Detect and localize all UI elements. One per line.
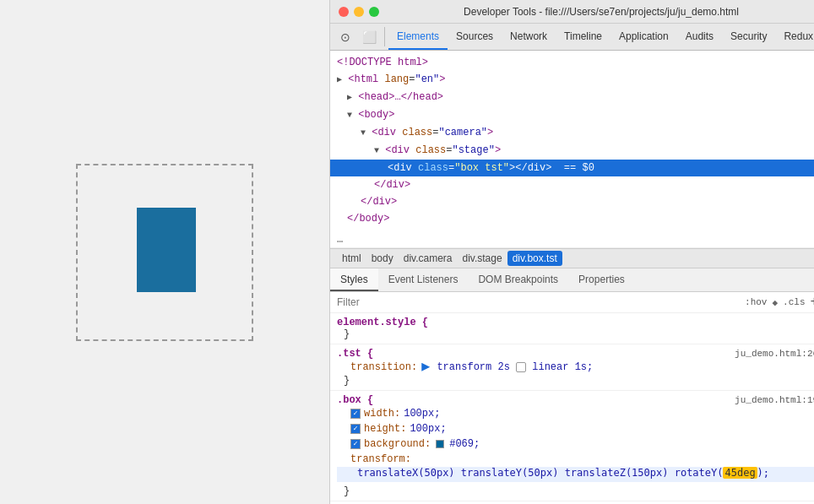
tab-styles[interactable]: Styles xyxy=(330,268,378,291)
tree-head[interactable]: ▶ <head>…</head> xyxy=(330,89,814,106)
styles-panel: :hov ◆ .cls + element.style { } .tst { j… xyxy=(330,292,814,504)
tab-event-listeners[interactable]: Event Listeners xyxy=(378,268,469,291)
maximize-button[interactable] xyxy=(369,7,379,17)
css-prop-background: background: #069; xyxy=(350,436,814,452)
rule-tst: .tst { ju_demo.html:26 transition: trans… xyxy=(330,344,814,391)
rule-box-header: .box { ju_demo.html:19 xyxy=(337,394,814,406)
tree-close-body: </body> xyxy=(330,210,814,227)
devtools-titlebar: Developer Tools - file:///Users/se7en/pr… xyxy=(330,0,814,24)
rule-box: .box { ju_demo.html:19 width: 100px; hei… xyxy=(330,391,814,501)
filter-input[interactable] xyxy=(337,296,738,308)
devtools-panel: Developer Tools - file:///Users/se7en/pr… xyxy=(329,0,814,504)
transition-arrow-icon xyxy=(421,363,430,371)
tab-redux[interactable]: Redux xyxy=(775,24,814,50)
tree-close-div1: </div> xyxy=(330,176,814,193)
traffic-lights xyxy=(339,7,379,17)
box-3d xyxy=(137,208,197,292)
rule-box-selector[interactable]: .box { xyxy=(337,394,373,406)
canvas-area xyxy=(76,164,253,341)
css-prop-transform-val[interactable]: translateX(50px) translateY(50px) transl… xyxy=(337,467,814,482)
tree-stage[interactable]: ▼ <div class="stage"> xyxy=(330,142,814,160)
rule-selector: element.style { xyxy=(337,317,428,328)
tab-elements[interactable]: Elements xyxy=(388,24,448,50)
browser-preview xyxy=(0,0,329,504)
background-checkbox[interactable] xyxy=(350,439,361,449)
rule-tst-closing: } xyxy=(337,375,814,387)
devtools-title: Developer Tools - file:///Users/se7en/pr… xyxy=(386,6,814,18)
rule-element-style-header: element.style { xyxy=(337,317,814,328)
rule-element-style: element.style { } xyxy=(330,313,814,344)
rule-tst-header: .tst { ju_demo.html:26 xyxy=(337,348,814,360)
tree-doctype: <!DOCTYPE html> xyxy=(330,54,814,71)
add-rule-button[interactable]: + xyxy=(811,295,815,310)
close-button[interactable] xyxy=(339,7,349,17)
filter-bar: :hov ◆ .cls + xyxy=(330,292,814,313)
bc-box[interactable]: div.box.tst xyxy=(507,251,562,266)
rule-tst-body: transition: transform 2s linear 1s; xyxy=(337,360,814,375)
rule-box-closing: } xyxy=(337,485,814,497)
tab-properties[interactable]: Properties xyxy=(568,268,635,291)
width-checkbox[interactable] xyxy=(350,409,361,419)
rule-tst-source[interactable]: ju_demo.html:26 xyxy=(735,349,814,359)
tab-timeline[interactable]: Timeline xyxy=(556,24,610,50)
style-tabs: Styles Event Listeners DOM Breakpoints P… xyxy=(330,268,814,292)
tree-html[interactable]: ▶ <html lang="en"> xyxy=(330,71,814,89)
bc-camera[interactable]: div.camera xyxy=(399,251,458,266)
tab-dom-breakpoints[interactable]: DOM Breakpoints xyxy=(468,268,568,291)
bc-html[interactable]: html xyxy=(337,251,366,266)
cls-label[interactable]: .cls xyxy=(783,297,805,307)
rule-box-body: width: 100px; height: 100px; background:… xyxy=(337,406,814,467)
html-tree: <!DOCTYPE html> ▶ <html lang="en"> ▶ <he… xyxy=(330,51,814,230)
rule-tst-selector[interactable]: .tst { xyxy=(337,348,373,360)
minimize-button[interactable] xyxy=(354,7,364,17)
tree-camera[interactable]: ▼ <div class="camera"> xyxy=(330,124,814,142)
rule-box-source[interactable]: ju_demo.html:19 xyxy=(735,395,814,405)
tab-audits[interactable]: Audits xyxy=(677,24,722,50)
tab-application[interactable]: Application xyxy=(610,24,677,50)
rule-closing-brace: } xyxy=(337,328,814,340)
tree-ellipsis: … xyxy=(330,230,814,248)
tab-separator xyxy=(384,27,385,46)
bc-stage[interactable]: div.stage xyxy=(458,251,507,266)
devtools-tabs: ⊙ ⬜ Elements Sources Network Timeline Ap… xyxy=(330,24,814,51)
css-prop-transition: transition: transform 2s linear 1s; xyxy=(350,360,814,375)
tab-network[interactable]: Network xyxy=(502,24,556,50)
filter-controls: :hov ◆ .cls + xyxy=(745,295,814,310)
breadcrumb: html body div.camera div.stage div.box.t… xyxy=(330,248,814,268)
cursor-icon[interactable]: ⊙ xyxy=(334,24,357,50)
tree-box[interactable]: <div class="box tst"></div> == $0 xyxy=(330,160,814,176)
device-icon[interactable]: ⬜ xyxy=(357,24,381,50)
diamond-icon: ◆ xyxy=(772,297,778,308)
color-swatch[interactable] xyxy=(436,440,444,448)
css-prop-height: height: 100px; xyxy=(350,421,814,436)
bc-body[interactable]: body xyxy=(366,251,399,266)
css-prop-transform-label: transform: xyxy=(350,452,814,467)
tab-security[interactable]: Security xyxy=(722,24,775,50)
hov-label[interactable]: :hov xyxy=(745,297,767,307)
height-checkbox[interactable] xyxy=(350,424,361,434)
tree-close-div2: </div> xyxy=(330,193,814,210)
tree-body[interactable]: ▼ <body> xyxy=(330,106,814,124)
tab-sources[interactable]: Sources xyxy=(448,24,502,50)
linear-badge-icon xyxy=(516,362,526,372)
css-prop-width: width: 100px; xyxy=(350,406,814,421)
